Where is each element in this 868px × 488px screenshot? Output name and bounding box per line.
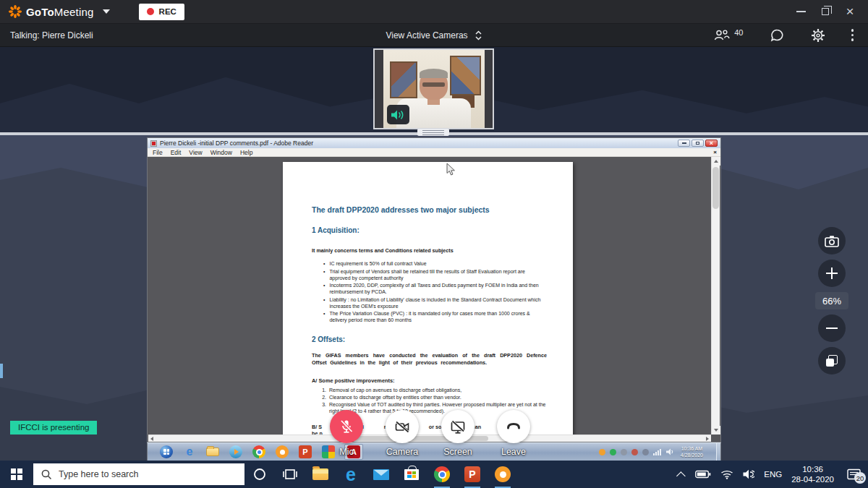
internet-explorer-icon[interactable] — [182, 445, 197, 459]
gotomeeting-daisy-icon — [495, 466, 511, 482]
recording-indicator[interactable]: REC — [139, 4, 184, 20]
minimize-button[interactable] — [788, 1, 813, 22]
up-down-chevrons-icon — [475, 29, 482, 42]
pdf-numbered-item: 1.Removal of cap on avenues to discharge… — [320, 387, 547, 393]
mic-mute-button[interactable] — [330, 410, 363, 443]
language-indicator[interactable]: ENG — [764, 470, 782, 479]
powerpoint-icon[interactable] — [298, 445, 312, 459]
mail-button[interactable] — [366, 461, 396, 488]
chat-bubble-icon — [770, 28, 785, 43]
mail-icon — [373, 469, 389, 480]
presenter-clock[interactable]: 10:36 AM 4/28/2020 — [681, 445, 703, 458]
close-icon — [846, 4, 854, 19]
reader-document-area: The draft DPP2020 addresses two major su… — [148, 157, 711, 435]
tray-icon[interactable] — [631, 449, 638, 455]
camera-toggle-button[interactable] — [386, 410, 419, 443]
battery-icon[interactable] — [695, 469, 711, 479]
menu-file[interactable]: File — [153, 149, 163, 156]
vertical-scroll-thumb[interactable] — [712, 167, 719, 209]
media-player-icon[interactable] — [229, 445, 243, 459]
file-explorer-button[interactable] — [305, 461, 336, 488]
action-center-button[interactable]: 20 — [845, 466, 862, 482]
presenter-start-button[interactable] — [159, 445, 174, 459]
search-input[interactable] — [59, 469, 237, 479]
screen-share-button[interactable] — [441, 410, 475, 443]
cortana-button[interactable] — [244, 461, 275, 488]
rec-label: REC — [159, 7, 176, 16]
snapshot-button[interactable] — [818, 227, 846, 254]
taskbar-clock[interactable]: 10:36 28-04-2020 — [791, 464, 834, 484]
leave-meeting-button[interactable] — [497, 410, 530, 443]
scroll-left-arrow[interactable] — [148, 435, 156, 442]
file-explorer-icon[interactable] — [205, 445, 220, 459]
strip-drag-handle[interactable] — [417, 129, 449, 136]
talking-status: Talking: Pierre Dickeli — [0, 30, 93, 40]
attendees-button[interactable]: 40 — [713, 29, 743, 41]
powerpoint-button[interactable] — [457, 461, 488, 488]
chrome-button[interactable] — [427, 461, 457, 488]
close-button[interactable] — [838, 1, 862, 22]
mic-muted-icon — [338, 418, 355, 435]
tray-icon[interactable] — [599, 449, 605, 455]
powerpoint-icon — [464, 466, 480, 482]
tray-icon[interactable] — [621, 449, 627, 455]
menu-window[interactable]: Window — [210, 149, 232, 156]
store-button[interactable] — [396, 461, 427, 488]
scroll-down-arrow[interactable] — [712, 426, 720, 435]
reader-minimize-button[interactable] — [678, 140, 690, 147]
task-view-button[interactable] — [275, 461, 305, 488]
reader-titlebar[interactable]: Pierre Dickeli -initial DPP comments.pdf… — [148, 138, 720, 148]
menu-edit[interactable]: Edit — [171, 149, 182, 156]
meeting-toolbar: Talking: Pierre Dickeli View Active Came… — [0, 24, 868, 47]
reader-window-title: Pierre Dickeli -initial DPP comments.pdf… — [160, 140, 313, 147]
attendee-count: 40 — [734, 28, 743, 37]
gear-icon — [811, 28, 825, 43]
chat-button[interactable] — [770, 28, 785, 43]
tray-icon[interactable] — [642, 449, 649, 455]
pdf-section-2-title: 2 Offsets: — [312, 335, 547, 344]
show-desktop-button[interactable] — [716, 443, 720, 461]
gotomeeting-daisy-icon[interactable] — [275, 445, 289, 459]
search-icon — [41, 469, 52, 480]
pdf-page: The draft DPP2020 addresses two major su… — [283, 162, 573, 435]
screen-control: Screen — [441, 410, 475, 457]
taskbar-search[interactable] — [33, 463, 244, 485]
record-dot-icon — [147, 8, 154, 15]
minus-icon — [826, 328, 838, 329]
restore-button[interactable] — [813, 1, 838, 22]
settings-button[interactable] — [811, 28, 825, 43]
webcam-tile[interactable] — [373, 48, 494, 129]
chrome-icon[interactable] — [252, 445, 266, 459]
zoom-out-button[interactable] — [818, 314, 846, 342]
more-options-button[interactable] — [851, 29, 854, 41]
leave-control: Leave — [497, 410, 530, 457]
view-mode-button[interactable] — [818, 347, 846, 374]
document-close-icon[interactable] — [713, 149, 720, 155]
start-button[interactable] — [0, 461, 33, 488]
taskbar-time: 10:36 — [791, 464, 834, 474]
screen-label: Screen — [443, 447, 472, 457]
scroll-up-arrow[interactable] — [712, 157, 720, 166]
menu-help[interactable]: Help — [240, 149, 252, 156]
reader-restore-button[interactable] — [692, 140, 704, 147]
app-name: GoToMeeting — [26, 6, 94, 18]
volume-icon[interactable] — [743, 469, 754, 479]
tray-icon[interactable] — [610, 449, 616, 455]
pdf-bullet: Incoterms 2020, DDP, complexity of all T… — [323, 282, 547, 295]
zoom-in-button[interactable] — [818, 260, 846, 287]
reader-close-button[interactable] — [705, 140, 718, 147]
mic-label: Mic — [339, 447, 353, 457]
gotomeeting-logo[interactable]: GoToMeeting — [0, 5, 110, 18]
wifi-icon[interactable] — [720, 469, 733, 479]
menu-view[interactable]: View — [189, 149, 202, 156]
gotomeeting-button[interactable] — [488, 461, 518, 488]
scroll-right-arrow[interactable] — [704, 435, 711, 442]
reader-menubar: File Edit View Window Help — [148, 148, 720, 157]
chevron-down-icon — [103, 9, 110, 14]
vertical-scrollbar[interactable] — [711, 157, 720, 435]
edge-button[interactable] — [336, 461, 366, 488]
screen-share-off-icon — [449, 418, 467, 435]
pdf-bullet: Trial equipment of Vendors shall be reta… — [323, 268, 547, 281]
tray-expand-chevron-icon[interactable] — [676, 471, 686, 481]
camera-control: Camera — [386, 410, 419, 457]
